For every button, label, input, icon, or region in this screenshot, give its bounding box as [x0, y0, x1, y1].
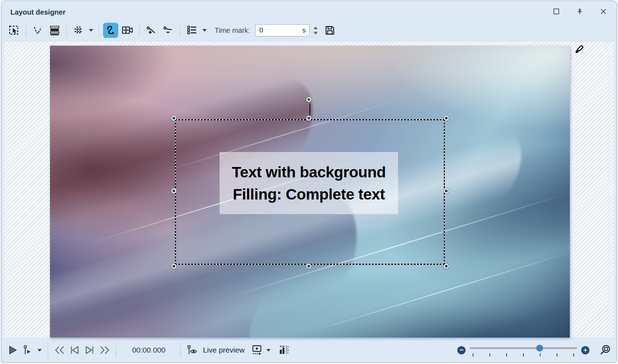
- titlebar: Layout designer: [1, 1, 617, 20]
- toolbar-separator: [139, 24, 140, 37]
- track-list-icon: [187, 25, 197, 36]
- camera-pan-icon: [122, 25, 133, 36]
- skip-start-button[interactable]: [53, 342, 66, 358]
- transport-bar: 00:00.000 Live preview: [6, 338, 612, 362]
- object-levels-button[interactable]: [277, 342, 290, 358]
- spinner-up-button[interactable]: [313, 26, 318, 29]
- skip-end-icon: [99, 345, 110, 355]
- live-preview-label: Live preview: [203, 346, 245, 354]
- select-tool-button[interactable]: [6, 23, 21, 38]
- live-preview-button[interactable]: [186, 342, 199, 358]
- transport-separator: [48, 343, 48, 358]
- select-tool-icon: [9, 25, 19, 36]
- resize-handle-middle-left[interactable]: [171, 188, 176, 193]
- layout-designer-window: Layout designer: [1, 1, 617, 363]
- curve-add-point-button[interactable]: [144, 23, 159, 38]
- preview-window-button[interactable]: [250, 342, 263, 358]
- resize-handle-top-left[interactable]: [171, 116, 176, 121]
- rotation-handle[interactable]: [306, 97, 311, 102]
- step-forward-button[interactable]: [83, 342, 96, 358]
- time-mark-spinner: [313, 26, 318, 35]
- grid-toggle-button[interactable]: [71, 23, 86, 38]
- resize-handle-top-right[interactable]: [444, 116, 449, 121]
- resize-handle-bottom-right[interactable]: [444, 264, 449, 269]
- play-button[interactable]: [6, 342, 19, 358]
- play-from-mark-button[interactable]: [21, 342, 34, 358]
- play-from-mark-icon: [22, 345, 33, 355]
- track-list-button[interactable]: [185, 23, 200, 38]
- pin-icon: [576, 8, 583, 15]
- zoom-slider-thumb[interactable]: [536, 345, 543, 352]
- time-mark-unit: s: [302, 26, 306, 34]
- selection-rectangle[interactable]: [175, 119, 445, 265]
- grid-options-caret[interactable]: [89, 29, 94, 32]
- resize-handle-top-center[interactable]: [306, 116, 311, 121]
- curve-remove-point-button[interactable]: [161, 23, 176, 38]
- transport-separator: [180, 343, 181, 358]
- close-button[interactable]: [599, 7, 607, 15]
- live-preview-eye-icon: [186, 345, 198, 355]
- step-back-icon: [69, 345, 80, 355]
- camera-pan-tool-button[interactable]: [120, 23, 135, 38]
- preview-options-caret[interactable]: [266, 348, 271, 352]
- save-floppy-icon: [325, 25, 335, 36]
- zoom-cluster: − +: [457, 342, 612, 358]
- zoom-in-button[interactable]: +: [581, 346, 589, 354]
- resize-handle-bottom-center[interactable]: [306, 264, 311, 269]
- pin-button[interactable]: [576, 7, 584, 15]
- skip-end-button[interactable]: [98, 342, 111, 358]
- maximize-button[interactable]: [552, 7, 560, 15]
- play-icon: [7, 345, 18, 355]
- maximize-icon: [553, 8, 560, 15]
- close-icon: [600, 8, 607, 15]
- zoom-fit-icon: [599, 344, 611, 356]
- zoom-slider-track[interactable]: [470, 347, 577, 349]
- preview-window-icon: [251, 345, 262, 355]
- design-stage[interactable]: Text with background Filling: Complete t…: [50, 46, 570, 338]
- toolbar-separator: [180, 24, 180, 37]
- draw-curve-tool-button[interactable]: [103, 23, 118, 38]
- zoom-slider[interactable]: [470, 344, 577, 356]
- time-mark-input[interactable]: [259, 26, 302, 34]
- curve-add-point-icon: [146, 25, 157, 36]
- time-mark-inputbox: s: [255, 24, 310, 36]
- play-options-caret[interactable]: [37, 348, 42, 352]
- zoom-slider-ticks: [473, 353, 574, 357]
- resize-handle-middle-right[interactable]: [444, 188, 449, 193]
- toolbar-separator: [26, 24, 26, 37]
- skip-start-icon: [54, 345, 65, 355]
- toolbar-separator: [66, 24, 67, 37]
- time-mark-label: Time mark:: [215, 26, 250, 35]
- object-levels-icon: [278, 345, 289, 355]
- node-check-tool-button[interactable]: [30, 23, 45, 38]
- brush-cursor-icon: [572, 44, 585, 58]
- toolbar: Time mark: s: [6, 20, 613, 40]
- spinner-down-button[interactable]: [313, 32, 318, 35]
- toolbar-separator: [99, 24, 99, 37]
- zoom-out-button[interactable]: −: [457, 346, 466, 354]
- save-button[interactable]: [322, 23, 337, 38]
- step-forward-icon: [84, 345, 95, 355]
- step-back-button[interactable]: [68, 342, 81, 358]
- canvas-area: Text with background Filling: Complete t…: [4, 41, 614, 337]
- curve-remove-point-icon: [163, 25, 174, 36]
- resize-handle-bottom-left[interactable]: [171, 264, 176, 269]
- grid-icon: [73, 25, 84, 36]
- track-list-caret[interactable]: [202, 29, 207, 32]
- draw-curve-icon: [105, 25, 116, 36]
- window-title: Layout designer: [10, 8, 65, 16]
- selection-border-dashes: [175, 119, 445, 265]
- transport-separator: [116, 343, 116, 358]
- layers-bars-icon: [49, 25, 60, 36]
- time-display: 00:00.000: [132, 346, 165, 354]
- node-check-tool-icon: [32, 25, 43, 36]
- zoom-fit-button[interactable]: [599, 342, 612, 358]
- layers-bars-button[interactable]: [47, 23, 62, 38]
